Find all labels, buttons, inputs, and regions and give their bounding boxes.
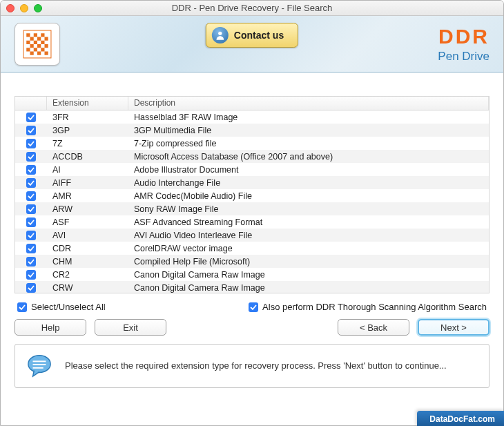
row-checkbox[interactable] [15, 126, 47, 135]
column-checkbox[interactable] [15, 97, 47, 110]
row-extension: AVI [47, 231, 128, 240]
contact-us-button[interactable]: Contact us [206, 23, 298, 48]
checkmark-icon [26, 257, 36, 267]
svg-rect-2 [34, 33, 37, 37]
table-row[interactable]: 7Z7-Zip compressed file [15, 137, 489, 150]
row-extension: AMR [47, 191, 128, 201]
brand: DDR Pen Drive [438, 25, 490, 64]
row-description: Canon Digital Camera Raw Image [128, 283, 489, 293]
app-window: DDR - Pen Drive Recovery - File Search C… [0, 0, 504, 426]
exit-button[interactable]: Exit [95, 319, 166, 336]
row-extension: 7Z [47, 139, 128, 148]
checkmark-icon [17, 302, 27, 312]
select-all-checkbox[interactable]: Select/Unselect All [17, 302, 106, 312]
back-button[interactable]: < Back [338, 319, 409, 336]
table-row[interactable]: AMRAMR Codec(Mobile Audio) File [15, 189, 489, 202]
checkmark-icon [26, 165, 36, 175]
checkmark-icon [26, 191, 36, 201]
checkmark-icon [26, 204, 36, 214]
brand-name: DDR [438, 25, 490, 48]
row-checkbox[interactable] [15, 244, 47, 253]
column-extension[interactable]: Extension [47, 97, 128, 110]
row-checkbox[interactable] [15, 257, 47, 267]
checkmark-icon [26, 178, 36, 188]
row-checkbox[interactable] [15, 139, 47, 148]
table-row[interactable]: ASFASF Advanced Streaming Format [15, 215, 489, 229]
svg-rect-1 [26, 33, 30, 37]
thorough-scan-checkbox[interactable]: Also perform DDR Thorough Scanning Algor… [249, 302, 487, 312]
row-extension: 3GP [47, 126, 128, 135]
row-description: AVI Audio Video Interleave File [128, 231, 489, 240]
row-checkbox[interactable] [15, 204, 47, 214]
watermark: DataDocFat.com [417, 411, 504, 426]
svg-rect-13 [26, 48, 30, 51]
table-row[interactable]: 3GP3GP Multimedia File [15, 124, 489, 137]
svg-rect-6 [45, 37, 48, 40]
table-row[interactable]: AIAdobe Illustrator Document [15, 163, 489, 176]
checkmark-icon [26, 126, 36, 135]
row-description: 7-Zip compressed file [128, 139, 489, 148]
row-description: ASF Advanced Streaming Format [128, 217, 489, 227]
row-description: Microsoft Access Database (Office 2007 a… [128, 152, 489, 162]
row-extension: AIFF [47, 178, 128, 188]
row-checkbox[interactable] [15, 217, 47, 227]
checkmark-icon [26, 152, 36, 162]
row-description: Hasselblad 3F RAW Image [128, 113, 489, 122]
extension-table: Extension Description 3FRHasselblad 3F R… [14, 96, 490, 293]
info-text: Please select the required extension typ… [65, 359, 478, 373]
row-checkbox[interactable] [15, 113, 47, 122]
checkmark-icon [26, 113, 36, 122]
thorough-scan-label: Also perform DDR Thorough Scanning Algor… [262, 302, 487, 312]
table-row[interactable]: ARWSony RAW Image File [15, 202, 489, 215]
row-extension: ARW [47, 204, 128, 214]
row-checkbox[interactable] [15, 152, 47, 162]
table-row[interactable]: 3FRHasselblad 3F RAW Image [15, 110, 489, 124]
row-description: Audio Interchange File [128, 178, 489, 188]
checkmark-icon [26, 270, 36, 280]
table-row[interactable]: ACCDBMicrosoft Access Database (Office 2… [15, 150, 489, 163]
row-checkbox[interactable] [15, 178, 47, 188]
main-content: Extension Description 3FRHasselblad 3F R… [1, 72, 503, 425]
row-checkbox[interactable] [15, 231, 47, 240]
row-description: Adobe Illustrator Document [128, 165, 489, 175]
table-row[interactable]: AVIAVI Audio Video Interleave File [15, 229, 489, 242]
table-row[interactable]: CRWCanon Digital Camera Raw Image [15, 281, 489, 293]
app-logo [14, 23, 60, 66]
select-all-label: Select/Unselect All [31, 302, 106, 312]
table-row[interactable]: AIFFAudio Interchange File [15, 176, 489, 189]
row-description: Sony RAW Image File [128, 204, 489, 214]
help-button[interactable]: Help [14, 319, 86, 336]
row-description: AMR Codec(Mobile Audio) File [128, 191, 489, 201]
svg-rect-3 [41, 33, 44, 37]
row-checkbox[interactable] [15, 270, 47, 280]
svg-rect-8 [34, 40, 37, 43]
row-checkbox[interactable] [15, 283, 47, 293]
row-extension: CHM [47, 257, 128, 267]
svg-rect-16 [30, 51, 34, 55]
next-button[interactable]: Next > [418, 319, 490, 336]
row-extension: CRW [47, 283, 128, 293]
row-description: 3GP Multimedia File [128, 126, 489, 135]
svg-rect-12 [45, 44, 48, 48]
brand-subtitle: Pen Drive [438, 50, 490, 64]
row-checkbox[interactable] [15, 191, 47, 201]
table-row[interactable]: CHMCompiled Help File (Microsoft) [15, 255, 489, 268]
svg-rect-9 [41, 40, 44, 43]
svg-rect-7 [26, 40, 30, 43]
row-extension: ASF [47, 217, 128, 227]
checkmark-icon [249, 302, 258, 312]
checkmark-icon [26, 244, 36, 253]
checkmark-icon [26, 231, 36, 240]
speech-bubble-icon [26, 353, 52, 379]
info-panel: Please select the required extension typ… [14, 344, 490, 388]
row-checkbox[interactable] [15, 165, 47, 175]
column-description[interactable]: Description [128, 97, 489, 110]
table-body[interactable]: 3FRHasselblad 3F RAW Image3GP3GP Multime… [15, 110, 489, 293]
svg-point-19 [218, 32, 222, 35]
titlebar: DDR - Pen Drive Recovery - File Search [1, 1, 503, 16]
table-row[interactable]: CDRCorelDRAW vector image [15, 242, 489, 255]
row-description: CorelDRAW vector image [128, 244, 489, 253]
table-row[interactable]: CR2Canon Digital Camera Raw Image [15, 268, 489, 281]
window-title: DDR - Pen Drive Recovery - File Search [1, 3, 503, 13]
checkmark-icon [26, 283, 36, 293]
